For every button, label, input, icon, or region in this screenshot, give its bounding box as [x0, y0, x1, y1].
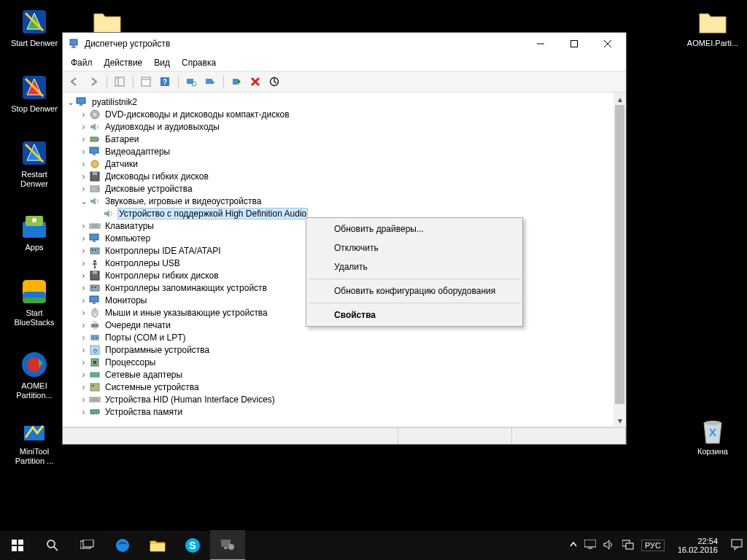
enable-button[interactable]: [228, 73, 245, 90]
chevron-right-icon[interactable]: ›: [79, 308, 88, 318]
chevron-right-icon[interactable]: ›: [79, 382, 88, 392]
search-button[interactable]: [35, 531, 70, 560]
tree-category[interactable]: ›⚙Программные устройства: [66, 343, 614, 356]
close-button[interactable]: [591, 33, 624, 55]
tree-category[interactable]: ›Сетевые адаптеры: [66, 368, 614, 381]
chevron-right-icon[interactable]: ›: [79, 258, 88, 268]
tree-category[interactable]: ›Порты (COM и LPT): [66, 331, 614, 343]
desktop-icon[interactable]: Корзина: [686, 416, 740, 456]
clock[interactable]: 22:54 16.02.2016: [672, 537, 724, 554]
chevron-right-icon[interactable]: ›: [79, 159, 88, 169]
tree-root[interactable]: ⌄pyatilistnik2: [66, 96, 614, 108]
update-driver-button[interactable]: [201, 73, 219, 90]
controller-icon: [89, 282, 101, 294]
context-menu-item[interactable]: Отключить: [308, 238, 521, 257]
desktop-icon[interactable]: AOMEI.Parti...: [686, 7, 740, 48]
disable-button[interactable]: [266, 73, 283, 90]
context-menu-item[interactable]: Свойства: [308, 306, 521, 324]
scrollbar-thumb[interactable]: [615, 105, 624, 404]
desktop-icon[interactable]: Restart Denwer: [7, 139, 61, 189]
tray-chevron-icon[interactable]: [570, 540, 577, 551]
tree-item-label: Программные устройства: [104, 345, 211, 355]
file-explorer-taskbar-icon[interactable]: [140, 531, 175, 560]
chevron-right-icon[interactable]: ›: [79, 370, 88, 380]
tree-category[interactable]: ›Дисковые устройства: [66, 182, 614, 195]
volume-icon[interactable]: [603, 540, 615, 552]
chevron-right-icon[interactable]: ›: [79, 332, 88, 343]
desktop-icon[interactable]: Start Denwer: [7, 7, 61, 48]
menu-view[interactable]: Вид: [149, 56, 175, 69]
maximize-button[interactable]: [557, 33, 591, 55]
keyboard-icon: [89, 220, 101, 232]
help-button[interactable]: ?: [156, 73, 174, 90]
tree-category[interactable]: ›Батареи: [66, 133, 614, 145]
back-button[interactable]: [66, 73, 83, 90]
chevron-right-icon[interactable]: ›: [79, 184, 88, 194]
tree-category[interactable]: ›Дисководы гибких дисков: [66, 170, 614, 182]
uninstall-button[interactable]: [247, 73, 264, 90]
chevron-down-icon[interactable]: ⌄: [79, 196, 88, 206]
scroll-up-icon[interactable]: ▴: [614, 93, 626, 105]
svg-rect-29: [233, 79, 238, 85]
chevron-right-icon[interactable]: ›: [79, 283, 88, 293]
chevron-right-icon[interactable]: ›: [79, 221, 88, 231]
menu-help[interactable]: Справка: [177, 56, 221, 69]
chevron-right-icon[interactable]: ›: [79, 246, 88, 256]
titlebar[interactable]: Диспетчер устройств: [63, 33, 626, 55]
tree-category[interactable]: ⌄Звуковые, игровые и видеоустройства: [66, 195, 614, 207]
menu-action[interactable]: Действие: [99, 56, 148, 69]
chevron-down-icon[interactable]: ⌄: [66, 97, 75, 107]
tray-display-icon[interactable]: [584, 540, 596, 552]
forward-button[interactable]: [85, 73, 102, 90]
chevron-right-icon[interactable]: ›: [79, 109, 88, 120]
svg-rect-37: [90, 137, 98, 141]
network-icon[interactable]: [622, 540, 634, 552]
chevron-right-icon[interactable]: ›: [79, 233, 88, 244]
desktop-icon[interactable]: Start BlueStacks: [7, 277, 61, 327]
desktop-icon[interactable]: AOMEI Partition...: [7, 350, 61, 400]
context-menu-item[interactable]: Обновить драйверы...: [308, 219, 521, 238]
start-button[interactable]: [0, 531, 35, 560]
desktop[interactable]: Start DenwerStop DenwerRestart DenwerApp…: [0, 0, 747, 531]
desktop-icon[interactable]: Apps: [7, 211, 61, 252]
tree-category[interactable]: ›Устройства памяти: [66, 405, 614, 418]
scan-hardware-button[interactable]: [182, 73, 200, 90]
tree-category[interactable]: ›Видеоадаптеры: [66, 145, 614, 158]
tree-category[interactable]: ›Датчики: [66, 158, 614, 170]
chevron-right-icon[interactable]: ›: [79, 122, 88, 132]
chevron-right-icon[interactable]: ›: [79, 295, 88, 306]
tree-category[interactable]: ›Аудиовходы и аудиовыходы: [66, 120, 614, 133]
context-menu-item[interactable]: Удалить: [308, 257, 521, 276]
desktop-icon[interactable]: Stop Denwer: [7, 73, 61, 114]
language-indicator[interactable]: РУС: [641, 540, 665, 551]
chevron-right-icon[interactable]: ›: [79, 407, 88, 417]
scroll-down-icon[interactable]: ▾: [614, 414, 626, 427]
chevron-right-icon[interactable]: ›: [79, 171, 88, 182]
tree-category[interactable]: ›Процессоры: [66, 356, 614, 368]
tree-category[interactable]: ›Устройства HID (Human Interface Devices…: [66, 393, 614, 405]
properties-button[interactable]: [137, 73, 155, 90]
tree-category[interactable]: ›Системные устройства: [66, 381, 614, 393]
tree-category[interactable]: ›DVD-дисководы и дисководы компакт-диско…: [66, 108, 614, 120]
chevron-right-icon[interactable]: ›: [79, 147, 88, 157]
chevron-right-icon[interactable]: ›: [79, 271, 88, 281]
desktop-icon-image: [20, 416, 49, 445]
chevron-right-icon[interactable]: ›: [79, 345, 88, 355]
task-view-button[interactable]: [70, 531, 105, 560]
menu-file[interactable]: Файл: [66, 56, 98, 69]
context-menu-item[interactable]: Обновить конфигурацию оборудования: [308, 281, 521, 300]
show-hide-tree-button[interactable]: [111, 73, 128, 90]
chevron-right-icon[interactable]: ›: [79, 134, 88, 144]
skype-taskbar-icon[interactable]: S: [175, 531, 210, 560]
chevron-right-icon[interactable]: ›: [79, 394, 88, 405]
taskbar[interactable]: S РУС 22:54 16.02.2016: [0, 531, 747, 560]
action-center-icon[interactable]: [731, 539, 743, 553]
chevron-right-icon[interactable]: ›: [79, 320, 88, 330]
device-manager-taskbar-icon[interactable]: [210, 530, 245, 560]
vertical-scrollbar[interactable]: ▴ ▾: [614, 93, 626, 427]
edge-taskbar-icon[interactable]: [105, 531, 140, 560]
minimize-button[interactable]: [524, 33, 557, 55]
desktop-icon[interactable]: MiniTool Partition ...: [7, 416, 61, 466]
tree-item-label: Контроллеры USB: [104, 258, 182, 268]
chevron-right-icon[interactable]: ›: [79, 357, 88, 368]
